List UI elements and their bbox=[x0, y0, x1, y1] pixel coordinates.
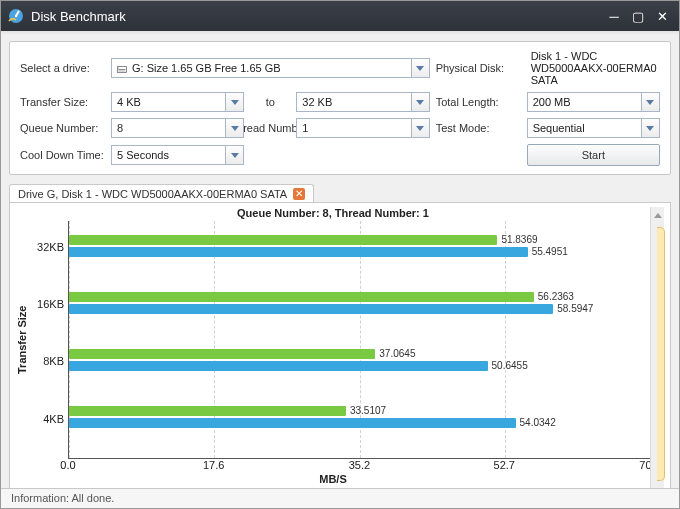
result-tab[interactable]: Drive G, Disk 1 - WDC WD5000AAKX-00ERMA0… bbox=[9, 184, 314, 203]
status-text: Information: All done. bbox=[11, 492, 114, 504]
label-queue-number: Queue Number: bbox=[20, 122, 105, 134]
label-test-mode: Test Mode: bbox=[436, 122, 521, 134]
chart-y-axis-label: Transfer Size bbox=[16, 221, 32, 459]
x-tick: 52.7 bbox=[494, 459, 515, 471]
window-title: Disk Benchmark bbox=[31, 9, 603, 24]
x-tick: 35.2 bbox=[349, 459, 370, 471]
total-length-value: 200 MB bbox=[528, 96, 641, 108]
chart-panel: Queue Number: 8, Thread Number: 1 Transf… bbox=[9, 202, 671, 506]
bar-sequential-writing: 51.8369 bbox=[69, 235, 497, 245]
chart-title: Queue Number: 8, Thread Number: 1 bbox=[16, 207, 650, 221]
label-cool-down: Cool Down Time: bbox=[20, 149, 105, 161]
chart-x-axis-label: MB/S bbox=[16, 473, 650, 485]
bar-label: 37.0645 bbox=[375, 348, 415, 359]
thread-number-select[interactable]: 1 bbox=[296, 118, 429, 138]
queue-number-select[interactable]: 8 bbox=[111, 118, 244, 138]
chart-y-categories: 32KB16KB8KB4KB bbox=[32, 221, 68, 459]
thread-number-value: 1 bbox=[297, 122, 410, 134]
bar-label: 56.2363 bbox=[534, 291, 574, 302]
y-category: 8KB bbox=[43, 355, 64, 367]
close-button[interactable]: ✕ bbox=[651, 7, 673, 25]
cool-down-value: 5 Seconds bbox=[112, 149, 225, 161]
start-button[interactable]: Start bbox=[527, 144, 660, 166]
label-select-drive: Select a drive: bbox=[20, 62, 105, 74]
bar-group: 56.236358.5947 bbox=[69, 292, 650, 322]
transfer-size-to-select[interactable]: 32 KB bbox=[296, 92, 429, 112]
test-mode-select[interactable]: Sequential bbox=[527, 118, 660, 138]
queue-number-value: 8 bbox=[112, 122, 225, 134]
cool-down-select[interactable]: 5 Seconds bbox=[111, 145, 244, 165]
drive-select-value: G: Size 1.65 GB Free 1.65 GB bbox=[127, 62, 411, 74]
chevron-down-icon bbox=[411, 93, 429, 111]
bar-label: 50.6455 bbox=[488, 360, 528, 371]
tab-close-button[interactable]: ✕ bbox=[293, 188, 305, 200]
chevron-down-icon bbox=[641, 93, 659, 111]
test-mode-value: Sequential bbox=[528, 122, 641, 134]
bar-label: 58.5947 bbox=[553, 303, 593, 314]
drive-select[interactable]: 🖴 G: Size 1.65 GB Free 1.65 GB bbox=[111, 58, 430, 78]
scroll-track[interactable] bbox=[650, 207, 664, 501]
bar-sequential-reading: 55.4951 bbox=[69, 247, 528, 257]
physical-disk-value: Disk 1 - WDC WD5000AAKX-00ERMA0 SATA bbox=[527, 50, 660, 86]
label-to: to bbox=[250, 96, 290, 108]
transfer-size-to-value: 32 KB bbox=[297, 96, 410, 108]
bar-sequential-reading: 54.0342 bbox=[69, 418, 516, 428]
x-tick: 0.0 bbox=[60, 459, 75, 471]
chevron-down-icon bbox=[225, 93, 243, 111]
bar-label: 55.4951 bbox=[528, 246, 568, 257]
y-category: 32KB bbox=[37, 241, 64, 253]
transfer-size-from-value: 4 KB bbox=[112, 96, 225, 108]
chart-plot-area: 51.836955.495156.236358.594737.064550.64… bbox=[68, 221, 650, 459]
label-total-length: Total Length: bbox=[436, 96, 521, 108]
bar-label: 51.8369 bbox=[497, 234, 537, 245]
minimize-button[interactable]: ─ bbox=[603, 7, 625, 25]
bar-group: 37.064550.6455 bbox=[69, 349, 650, 379]
y-category: 4KB bbox=[43, 413, 64, 425]
bar-sequential-writing: 37.0645 bbox=[69, 349, 375, 359]
bar-group: 51.836955.4951 bbox=[69, 235, 650, 265]
drive-icon: 🖴 bbox=[112, 62, 127, 74]
bar-sequential-writing: 56.2363 bbox=[69, 292, 534, 302]
chevron-down-icon bbox=[411, 59, 429, 77]
bar-sequential-reading: 58.5947 bbox=[69, 304, 553, 314]
status-bar: Information: All done. bbox=[1, 488, 679, 508]
bar-group: 33.510754.0342 bbox=[69, 406, 650, 436]
bar-label: 54.0342 bbox=[516, 417, 556, 428]
label-transfer-size: Transfer Size: bbox=[20, 96, 105, 108]
app-icon bbox=[7, 7, 25, 25]
chevron-down-icon bbox=[411, 119, 429, 137]
titlebar: Disk Benchmark ─ ▢ ✕ bbox=[1, 1, 679, 31]
total-length-select[interactable]: 200 MB bbox=[527, 92, 660, 112]
result-tab-label: Drive G, Disk 1 - WDC WD5000AAKX-00ERMA0… bbox=[18, 188, 287, 200]
x-tick: 17.6 bbox=[203, 459, 224, 471]
chevron-down-icon bbox=[225, 146, 243, 164]
scroll-hint bbox=[657, 227, 665, 481]
maximize-button[interactable]: ▢ bbox=[627, 7, 649, 25]
chevron-down-icon bbox=[225, 119, 243, 137]
svg-point-2 bbox=[15, 15, 17, 17]
chevron-down-icon bbox=[641, 119, 659, 137]
bar-label: 33.5107 bbox=[346, 405, 386, 416]
parameters-panel: Select a drive: 🖴 G: Size 1.65 GB Free 1… bbox=[9, 41, 671, 175]
bar-sequential-reading: 50.6455 bbox=[69, 361, 488, 371]
y-category: 16KB bbox=[37, 298, 64, 310]
bar-sequential-writing: 33.5107 bbox=[69, 406, 346, 416]
transfer-size-from-select[interactable]: 4 KB bbox=[111, 92, 244, 112]
chart-x-ticks: 0.017.635.252.770.3 bbox=[68, 459, 650, 473]
scroll-up-icon[interactable] bbox=[654, 213, 662, 218]
label-physical-disk: Physical Disk: bbox=[436, 62, 521, 74]
